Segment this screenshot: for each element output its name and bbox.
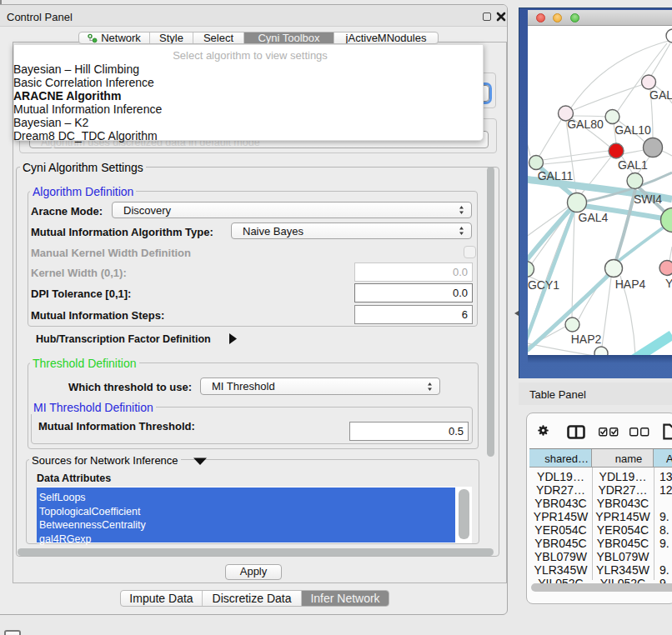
svg-text:GAL2: GAL2 — [649, 88, 672, 102]
svg-text:GAL80: GAL80 — [567, 118, 604, 131]
svg-text:GAL1: GAL1 — [618, 158, 648, 172]
svg-text:GAL4: GAL4 — [579, 211, 609, 224]
svg-text:GAL11: GAL11 — [538, 169, 574, 182]
svg-text:YJL: YJL — [665, 277, 672, 290]
svg-text:GAL10: GAL10 — [614, 123, 651, 137]
svg-text:HAP4: HAP4 — [615, 278, 646, 291]
svg-text:HAP2: HAP2 — [571, 332, 602, 346]
svg-text:SWI4: SWI4 — [634, 192, 662, 206]
svg-text:GCY1: GCY1 — [528, 278, 559, 292]
